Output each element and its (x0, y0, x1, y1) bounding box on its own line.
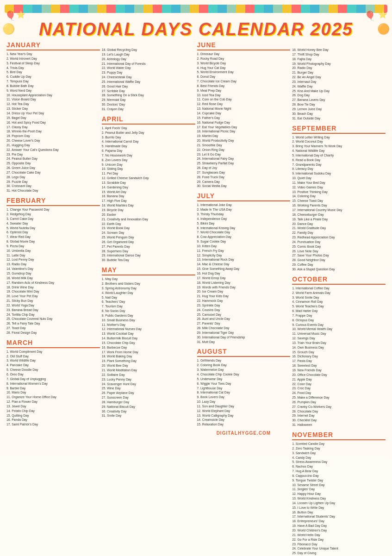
list-item: 25. Make a Difference Day (292, 395, 386, 400)
list-item: 18. International Picnic Day (197, 129, 291, 134)
list-item: 3. Burrito Day (102, 135, 195, 140)
june-days: 1. Dinosaur Day 2. Rocky Road Day 3. Wor… (197, 52, 291, 188)
month-june: JUNE 1. Dinosaur Day 2. Rocky Road Day 3… (197, 41, 291, 188)
list-item: 25. Day of Giving (292, 551, 386, 556)
list-item: 23. Redhead Appreciation Day (292, 235, 386, 240)
list-item: 18. Drink Wine Day (6, 285, 100, 290)
page-container: 🎈 ⭐ 🎈 ⭐ 🟡 🟠 NATIONAL DAYS CALENDAR 2025 … (0, 0, 392, 556)
list-item: 25. Chocolate Covered Nuts Day (6, 317, 100, 321)
list-item: 4. International Carrot Day (102, 139, 195, 144)
list-item: 10. Sibling Day (102, 167, 195, 171)
list-item: 9. Unicorn Day (102, 162, 195, 167)
list-item: 8. Cow Appreciation Day (197, 235, 291, 239)
list-item: 27. Parents' Day (197, 321, 291, 326)
list-item: 19. Bicycle Day (102, 208, 195, 212)
list-item: 30. Doctors' Day (102, 102, 195, 107)
list-item: 22. World Yoga Day (6, 303, 100, 308)
list-item: 9. Sugar Cookie Day (197, 239, 291, 244)
list-item: 9. Pizza Day (6, 244, 100, 249)
list-item: 1. International Joke Day (197, 203, 291, 207)
list-item: 7. Lighthouse Day (197, 386, 291, 391)
border-top (5, 5, 387, 13)
list-item: 16. Hot Dog Day (197, 271, 291, 276)
list-item: 6. Oreo Day (6, 372, 100, 377)
list-item: 18. World Baking Day (102, 354, 195, 359)
list-item: 24. Scream Day (102, 231, 195, 235)
list-item: 21. World Meditation Day (102, 368, 195, 373)
list-item: 26. Dog Day (292, 93, 386, 98)
august-days: 1. Girlfriends Day 2. Coloring Book Day … (197, 358, 291, 427)
list-item: 21. World Gratitude Day (292, 226, 386, 231)
list-item: 12. World Elephant Day (197, 409, 291, 413)
list-item: 27. Save Your Photos Day (292, 253, 386, 258)
list-item: 26. Get Organized Day (102, 240, 195, 244)
list-item: 21. Burger Day (292, 70, 386, 75)
list-item: 12. Plan a Flower Day (6, 400, 100, 404)
september-title: SEPTEMBER (292, 125, 386, 134)
content-columns: JANUARY 1. New Year's Day 2. World Intro… (5, 41, 387, 556)
list-item: 27. Chocolate Cake Day (6, 170, 100, 175)
list-item: 22. Earth Day (102, 222, 195, 226)
list-item: 14. Own Business Day (292, 345, 386, 350)
list-item: 30. International Day of Friendship (197, 335, 291, 340)
list-item: 4. Candy Day (292, 456, 386, 460)
list-item: 1. Dinosaur Day (197, 52, 291, 56)
list-item: 28. Chocolate Day (292, 409, 386, 414)
list-item: 10. Houseplant Appreciation Day (6, 93, 100, 98)
list-item: 20. Cheese Lover's Day (6, 138, 100, 143)
list-item: 7. Chocolate Ice Cream Day (197, 79, 291, 84)
list-item: 22. Go For a Ride Day (292, 537, 386, 542)
list-item: 23. Internaut Day (292, 80, 386, 84)
list-item: 26. Tell a Fairy Tale Day (6, 321, 100, 326)
list-item: 2. World Introvert Day (6, 56, 100, 61)
list-item: 11. Corn on the Cob Day (197, 97, 291, 102)
list-item: 21. Sticky Bun Day (6, 299, 100, 303)
list-item: 27. Pet Parents Day (102, 244, 195, 249)
list-item: 31. Mutt Day (197, 340, 291, 344)
month-august: AUGUST 1. Girlfriends Day 2. Coloring Bo… (197, 348, 291, 427)
list-item: 15. Quilting Day (6, 413, 100, 418)
list-item: 10. Quiet Day (292, 176, 386, 181)
list-item: 20. Office Chocolate Day (292, 373, 386, 377)
list-item: 5. World Teachers Day (292, 304, 386, 309)
page-title: NATIONAL DAYS CALENDAR 2025 (5, 16, 387, 41)
june-title: JUNE (197, 41, 291, 50)
list-item: 5. World Environment Day (197, 70, 291, 75)
list-item: 18. Winnie-the-Pooh Day (6, 129, 100, 134)
list-item: 15. Grouch Day (292, 350, 386, 355)
list-item: 18. Sweetest Day (292, 363, 386, 368)
deco-balloon-left: 🎈 (5, 10, 16, 21)
list-item: 3. Festival of Sleep Day (6, 61, 100, 66)
list-item: 14. Mac & Cheese Day (197, 262, 291, 267)
list-item: 21. Smoothie Day (197, 143, 291, 148)
list-item: 11. Vision Board Day (6, 97, 100, 102)
list-item: 7. Grandparents Day (292, 162, 386, 167)
list-item: 30. Bubble Tea Day (102, 258, 195, 262)
list-item: 1. Scented Candle Day (292, 442, 386, 446)
list-item: 13. International Rock Day (197, 257, 291, 262)
list-item: 28. Something On a Stick Day (102, 93, 195, 98)
list-item: 18. World Marbles Day (102, 203, 195, 208)
list-item: 24. International Fairy Day (197, 156, 291, 161)
list-item: 5. World Nutella Day (6, 226, 100, 231)
list-item: 15. Father's Day (197, 116, 291, 120)
list-item: 4. World Laughter Day (102, 291, 195, 295)
list-item: 31. Eat Outside Day (292, 116, 386, 121)
list-item: 17. Thrift Shop Day (292, 52, 386, 57)
october-days: 1. International Coffee Day 2. World Far… (292, 286, 386, 427)
list-item: 30. Beach Day (292, 112, 386, 116)
list-item: 17. Random Acts of Kindness Day (6, 281, 100, 285)
month-june-cont: 16. World Honey Bee Day 17. Thrift Shop … (292, 41, 386, 121)
list-item: 15. Chocolate Chip Day (102, 341, 195, 345)
list-item: 25. Carousel Day (197, 312, 291, 317)
list-item: 1. May Day (102, 277, 195, 281)
list-item: 15. Cheese Toast Day (292, 199, 386, 203)
list-item: 29. International Dance Day (102, 253, 195, 258)
list-item: 26. Aunt and Uncle Day (197, 317, 291, 321)
list-item: 10. Sesame Street Day (292, 483, 386, 487)
list-item: 29. Internet Day (292, 413, 386, 418)
list-item: 23. Sprinkle Day (197, 303, 291, 308)
list-item: 3. World Bicycle Day (197, 61, 291, 66)
list-item: 27. Sunscreen Day (102, 395, 195, 400)
list-item: 25. Opposite Day (6, 161, 100, 166)
